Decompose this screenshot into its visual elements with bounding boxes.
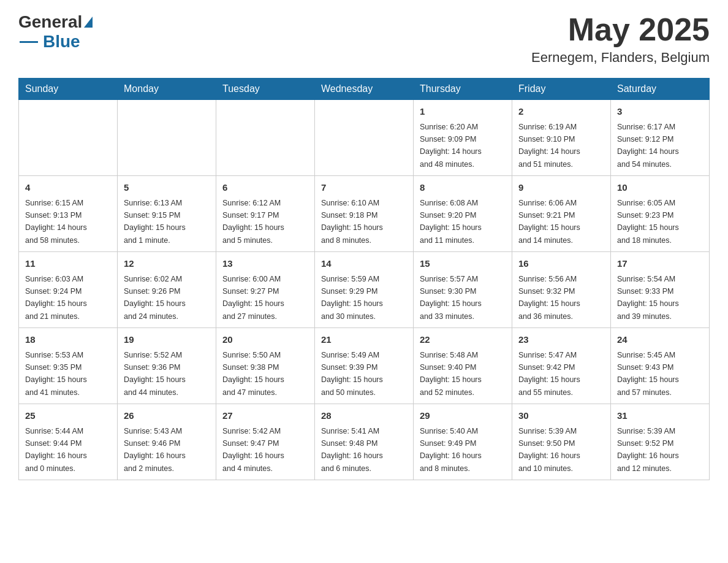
day-info: Sunrise: 6:15 AMSunset: 9:13 PMDaylight:… (25, 199, 87, 245)
calendar-cell-week5-day6: 30Sunrise: 5:39 AMSunset: 9:50 PMDayligh… (512, 404, 611, 480)
page-header: General Blue May 2025 Eernegem, Flanders… (18, 12, 710, 66)
logo-blue-text: Blue (43, 32, 80, 52)
day-info: Sunrise: 5:41 AMSunset: 9:48 PMDaylight:… (321, 427, 383, 473)
calendar-cell-week3-day5: 15Sunrise: 5:57 AMSunset: 9:30 PMDayligh… (414, 252, 512, 328)
calendar-cell-week4-day7: 24Sunrise: 5:45 AMSunset: 9:43 PMDayligh… (611, 328, 710, 404)
day-number: 29 (420, 409, 506, 423)
calendar-week-row-1: 1Sunrise: 6:20 AMSunset: 9:09 PMDaylight… (19, 100, 710, 176)
calendar-cell-week5-day2: 26Sunrise: 5:43 AMSunset: 9:46 PMDayligh… (118, 404, 216, 480)
day-info: Sunrise: 5:40 AMSunset: 9:49 PMDaylight:… (420, 427, 482, 473)
calendar-weekday-sunday: Sunday (19, 79, 118, 100)
day-info: Sunrise: 6:08 AMSunset: 9:20 PMDaylight:… (420, 199, 482, 245)
day-number: 3 (617, 105, 703, 119)
calendar-cell-week3-day6: 16Sunrise: 5:56 AMSunset: 9:32 PMDayligh… (512, 252, 611, 328)
calendar-cell-week4-day5: 22Sunrise: 5:48 AMSunset: 9:40 PMDayligh… (414, 328, 512, 404)
calendar-cell-week1-day4 (315, 100, 414, 176)
calendar-cell-week3-day1: 11Sunrise: 6:03 AMSunset: 9:24 PMDayligh… (19, 252, 118, 328)
calendar-weekday-saturday: Saturday (611, 79, 710, 100)
calendar-cell-week4-day2: 19Sunrise: 5:52 AMSunset: 9:36 PMDayligh… (118, 328, 216, 404)
calendar-cell-week3-day7: 17Sunrise: 5:54 AMSunset: 9:33 PMDayligh… (611, 252, 710, 328)
day-number: 17 (617, 257, 703, 271)
calendar-cell-week4-day3: 20Sunrise: 5:50 AMSunset: 9:38 PMDayligh… (216, 328, 315, 404)
day-number: 30 (518, 409, 604, 423)
title-section: May 2025 Eernegem, Flanders, Belgium (531, 12, 710, 66)
day-info: Sunrise: 5:48 AMSunset: 9:40 PMDaylight:… (420, 351, 482, 397)
calendar-cell-week1-day5: 1Sunrise: 6:20 AMSunset: 9:09 PMDaylight… (414, 100, 512, 176)
day-info: Sunrise: 5:54 AMSunset: 9:33 PMDaylight:… (617, 275, 679, 321)
logo-general-text: General (18, 12, 82, 32)
month-year-title: May 2025 (531, 12, 710, 47)
day-info: Sunrise: 6:03 AMSunset: 9:24 PMDaylight:… (25, 275, 87, 321)
day-number: 14 (321, 257, 407, 271)
day-info: Sunrise: 6:17 AMSunset: 9:12 PMDaylight:… (617, 123, 679, 169)
day-number: 1 (420, 105, 506, 119)
day-number: 15 (420, 257, 506, 271)
calendar-cell-week5-day4: 28Sunrise: 5:41 AMSunset: 9:48 PMDayligh… (315, 404, 414, 480)
day-info: Sunrise: 6:10 AMSunset: 9:18 PMDaylight:… (321, 199, 383, 245)
logo-top: General (18, 12, 93, 32)
calendar-weekday-monday: Monday (118, 79, 216, 100)
day-info: Sunrise: 5:39 AMSunset: 9:52 PMDaylight:… (617, 427, 679, 473)
day-info: Sunrise: 6:12 AMSunset: 9:17 PMDaylight:… (222, 199, 284, 245)
calendar-cell-week3-day4: 14Sunrise: 5:59 AMSunset: 9:29 PMDayligh… (315, 252, 414, 328)
calendar-cell-week1-day7: 3Sunrise: 6:17 AMSunset: 9:12 PMDaylight… (611, 100, 710, 176)
day-number: 20 (222, 333, 308, 347)
day-number: 16 (518, 257, 604, 271)
day-number: 9 (518, 181, 604, 195)
day-number: 25 (25, 409, 111, 423)
calendar-weekday-thursday: Thursday (414, 79, 512, 100)
calendar-cell-week4-day6: 23Sunrise: 5:47 AMSunset: 9:42 PMDayligh… (512, 328, 611, 404)
calendar-cell-week5-day3: 27Sunrise: 5:42 AMSunset: 9:47 PMDayligh… (216, 404, 315, 480)
calendar-week-row-3: 11Sunrise: 6:03 AMSunset: 9:24 PMDayligh… (19, 252, 710, 328)
calendar-cell-week1-day6: 2Sunrise: 6:19 AMSunset: 9:10 PMDaylight… (512, 100, 611, 176)
day-number: 6 (222, 181, 308, 195)
day-info: Sunrise: 5:39 AMSunset: 9:50 PMDaylight:… (518, 427, 580, 473)
day-number: 12 (124, 257, 210, 271)
day-number: 7 (321, 181, 407, 195)
day-number: 28 (321, 409, 407, 423)
day-info: Sunrise: 6:02 AMSunset: 9:26 PMDaylight:… (124, 275, 186, 321)
logo: General Blue (18, 12, 93, 52)
calendar-weekday-friday: Friday (512, 79, 611, 100)
logo-triangle-icon (84, 17, 93, 28)
day-number: 4 (25, 181, 111, 195)
day-number: 5 (124, 181, 210, 195)
day-info: Sunrise: 5:50 AMSunset: 9:38 PMDaylight:… (222, 351, 284, 397)
calendar-cell-week5-day5: 29Sunrise: 5:40 AMSunset: 9:49 PMDayligh… (414, 404, 512, 480)
day-info: Sunrise: 6:20 AMSunset: 9:09 PMDaylight:… (420, 123, 482, 169)
calendar-cell-week2-day5: 8Sunrise: 6:08 AMSunset: 9:20 PMDaylight… (414, 176, 512, 252)
day-info: Sunrise: 5:57 AMSunset: 9:30 PMDaylight:… (420, 275, 482, 321)
calendar-weekday-wednesday: Wednesday (315, 79, 414, 100)
day-info: Sunrise: 5:47 AMSunset: 9:42 PMDaylight:… (518, 351, 580, 397)
calendar-cell-week4-day1: 18Sunrise: 5:53 AMSunset: 9:35 PMDayligh… (19, 328, 118, 404)
calendar-header-row: SundayMondayTuesdayWednesdayThursdayFrid… (19, 79, 710, 100)
calendar-cell-week1-day1 (19, 100, 118, 176)
calendar-cell-week5-day1: 25Sunrise: 5:44 AMSunset: 9:44 PMDayligh… (19, 404, 118, 480)
day-info: Sunrise: 5:53 AMSunset: 9:35 PMDaylight:… (25, 351, 87, 397)
calendar-week-row-4: 18Sunrise: 5:53 AMSunset: 9:35 PMDayligh… (19, 328, 710, 404)
calendar-cell-week2-day2: 5Sunrise: 6:13 AMSunset: 9:15 PMDaylight… (118, 176, 216, 252)
day-number: 31 (617, 409, 703, 423)
calendar-table: SundayMondayTuesdayWednesdayThursdayFrid… (18, 78, 710, 480)
day-info: Sunrise: 6:19 AMSunset: 9:10 PMDaylight:… (518, 123, 580, 169)
day-number: 8 (420, 181, 506, 195)
day-number: 26 (124, 409, 210, 423)
calendar-week-row-5: 25Sunrise: 5:44 AMSunset: 9:44 PMDayligh… (19, 404, 710, 480)
day-info: Sunrise: 5:52 AMSunset: 9:36 PMDaylight:… (124, 351, 186, 397)
calendar-cell-week1-day3 (216, 100, 315, 176)
calendar-weekday-tuesday: Tuesday (216, 79, 315, 100)
day-number: 11 (25, 257, 111, 271)
day-info: Sunrise: 5:44 AMSunset: 9:44 PMDaylight:… (25, 427, 87, 473)
calendar-cell-week2-day4: 7Sunrise: 6:10 AMSunset: 9:18 PMDaylight… (315, 176, 414, 252)
day-number: 27 (222, 409, 308, 423)
location-subtitle: Eernegem, Flanders, Belgium (531, 50, 710, 66)
day-info: Sunrise: 5:49 AMSunset: 9:39 PMDaylight:… (321, 351, 383, 397)
day-info: Sunrise: 5:43 AMSunset: 9:46 PMDaylight:… (124, 427, 186, 473)
day-info: Sunrise: 6:05 AMSunset: 9:23 PMDaylight:… (617, 199, 679, 245)
day-info: Sunrise: 6:06 AMSunset: 9:21 PMDaylight:… (518, 199, 580, 245)
day-number: 19 (124, 333, 210, 347)
day-info: Sunrise: 5:56 AMSunset: 9:32 PMDaylight:… (518, 275, 580, 321)
day-info: Sunrise: 5:59 AMSunset: 9:29 PMDaylight:… (321, 275, 383, 321)
day-number: 2 (518, 105, 604, 119)
day-number: 22 (420, 333, 506, 347)
